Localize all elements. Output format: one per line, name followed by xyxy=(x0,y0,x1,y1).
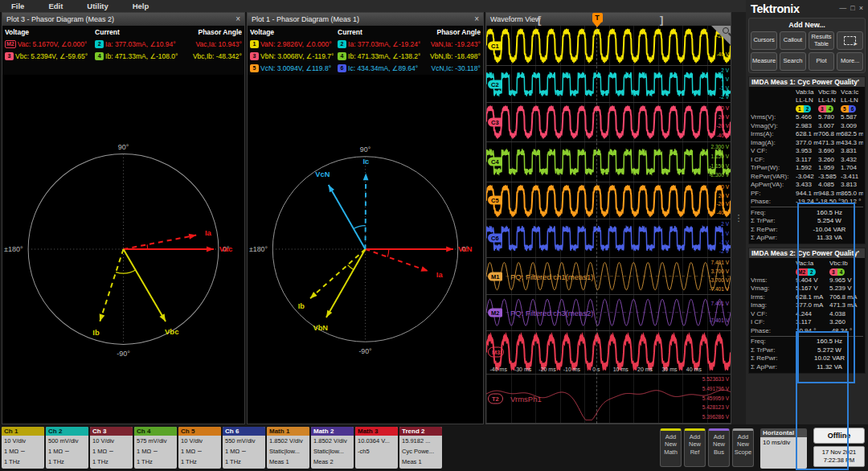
add-new-measure-button[interactable]: Measure xyxy=(751,52,777,71)
meas-summary-value: 5.272 W xyxy=(796,346,863,354)
add-new-plot-button[interactable]: Plot xyxy=(809,52,835,71)
meas-col-subheader: LL-LN xyxy=(796,96,818,104)
zoom-bracket-left[interactable]: [ xyxy=(538,14,541,26)
channel-badge-c2[interactable]: C2 xyxy=(488,80,502,88)
waveform-row-c3[interactable]: C340 V20 V-20 V-40 V xyxy=(486,103,731,141)
waveform-row-t2[interactable]: T2VrmsPh15.523633 V5.491796 V5.459959 V5… xyxy=(486,375,731,424)
panel-divider[interactable]: ⋮ xyxy=(731,12,746,424)
add-new-cursors-button[interactable]: Cursors xyxy=(751,31,777,50)
horizontal-panel[interactable]: Horizontal 10 ms/div xyxy=(760,428,807,469)
meas-row: I CF:3.1173.260 xyxy=(751,318,863,327)
add-new-math-button[interactable]: AddNewMath xyxy=(660,428,682,467)
plot3-title: Plot 3 - Phasor Diagram (Meas 2) xyxy=(6,15,114,23)
add-new-bus-button[interactable]: AddNewBus xyxy=(708,428,730,467)
channel-badge-m3[interactable]: M3 xyxy=(488,347,504,358)
add-new-scope-button[interactable]: AddNewScope xyxy=(732,428,754,467)
drag-handle-icon: ⋮ xyxy=(735,213,743,223)
channel-badge-c5[interactable]: C5 xyxy=(488,196,502,205)
oscilloscope-app: FileEditUtilityHelp Plot 3 - Phasor Diag… xyxy=(0,0,868,471)
voltage-value: Vbc: 5.2394V, ∠-59.65° xyxy=(15,52,88,60)
waveform-row-c6[interactable]: C62 V1 V-1 V-2 V xyxy=(486,219,731,258)
meas-summary-row: Σ RePwr:10.02 VAR xyxy=(751,354,863,363)
offline-button[interactable]: Offline xyxy=(813,428,865,444)
meas-badge-cell: 34 xyxy=(818,104,841,113)
channel-pair-badge: 34 xyxy=(818,105,833,113)
current-cell: 4Ib: 471.33mA, ∠-108.0° xyxy=(95,52,187,60)
meas-summary-row: Σ TrPwr:5.272 W xyxy=(751,346,863,354)
waveform-row-m2[interactable]: M2PQ: Filtered ch3(meas2)7.401 V-7.401 V xyxy=(486,295,731,330)
plot3-titlebar[interactable]: Plot 3 - Phasor Diagram (Meas 2) × xyxy=(2,13,244,26)
badge-ch6[interactable]: Ch 6550 mV/div1 MΩ ∼1 THz xyxy=(223,427,265,469)
badge-ch4[interactable]: Ch 4575 mV/div1 MΩ ∼1 THz xyxy=(134,427,177,469)
meas-summary-label: Σ RePwr: xyxy=(751,354,796,362)
channel-badge: 5 xyxy=(250,64,259,72)
close-button[interactable]: × xyxy=(859,5,863,12)
axis-label: 7.401 V xyxy=(711,301,729,307)
meas-badge-cell: 34 xyxy=(829,268,863,276)
badge-ch2[interactable]: Ch 2500 mV/div1 MΩ ∼1 THz xyxy=(46,427,88,469)
badge-ch1[interactable]: Ch 110 V/div1 MΩ ∼1 THz xyxy=(2,427,44,469)
add-new-search-button[interactable]: Search xyxy=(780,52,806,71)
channel-pair-badge: 56 xyxy=(841,105,856,113)
zoom-corner-button[interactable] xyxy=(711,26,731,45)
channel-badge: 2 xyxy=(95,40,104,48)
horizontal-scale-value: 10 ms/div xyxy=(760,437,807,469)
waveform-row-c4[interactable]: C42.300 V1.150 V-1.150 V-2.300 V xyxy=(486,142,731,182)
zoom-bracket-right[interactable]: ] xyxy=(660,14,663,26)
waveform-row-c5[interactable]: C540 V20 V-20 V-40 V xyxy=(486,182,731,219)
minimize-button[interactable]: — xyxy=(839,5,846,12)
channel-badge-m1[interactable]: M1 xyxy=(488,272,502,281)
badge-math1[interactable]: Math 11.8502 V/divStatic|low...Meas 1 xyxy=(267,427,309,469)
channel-badge-t2[interactable]: T2 xyxy=(488,393,503,403)
menu-item-edit[interactable]: Edit xyxy=(48,2,63,10)
add-new-more--button[interactable]: More... xyxy=(837,52,863,71)
svg-text:-90°: -90° xyxy=(358,347,371,355)
add-new-ref-button[interactable]: AddNewRef xyxy=(684,428,706,467)
axis-label: -40 V xyxy=(716,52,729,58)
axis-label: 20 V xyxy=(719,115,729,121)
waveform-row-c2[interactable]: C22 V1 V-1 V-2 V xyxy=(486,66,731,103)
badge-math2[interactable]: Math 21.8502 V/divStatic|low...Meas 2 xyxy=(311,427,354,469)
channel-badge-m2[interactable]: M2 xyxy=(488,309,502,317)
current-cell: 2Ia: 377.03mA, ∠-19.24° xyxy=(338,40,428,48)
annotation-icon-button[interactable] xyxy=(837,31,863,50)
waveform-titlebar[interactable]: Waveform View [ ] xyxy=(486,13,731,26)
menu-item-file[interactable]: File xyxy=(11,2,24,10)
channel-badge-c1[interactable]: C1 xyxy=(488,41,502,50)
badge-ch3[interactable]: Ch 310 V/div1 MΩ ∼1 THz xyxy=(90,427,133,469)
meas-row-label: Imag(A): xyxy=(751,139,796,146)
badge-line: Cyc Powe... xyxy=(399,446,442,457)
badge-line: 1.8502 V/div xyxy=(267,436,309,446)
restore-button[interactable]: □ xyxy=(850,5,854,12)
meas-value: 2.983 xyxy=(796,122,818,129)
axis-label: -1 V xyxy=(719,86,729,92)
badge-ch5[interactable]: Ch 510 V/div1 MΩ ∼1 THz xyxy=(178,427,221,469)
menu-item-help[interactable]: Help xyxy=(133,2,149,10)
waveform-trace-c3 xyxy=(486,103,731,141)
channel-badge-c6[interactable]: C6 xyxy=(488,234,502,243)
waveform-row-c1[interactable]: C1-20 V-40 V xyxy=(486,26,731,66)
badge-math3[interactable]: Math 310.0364 V...-ch5 xyxy=(355,427,398,469)
svg-text:Ia: Ia xyxy=(205,228,212,237)
badge-line: Meas 2 xyxy=(311,457,354,467)
meas-table-title: IMDA Meas 1: Cyc Power Quality' xyxy=(749,77,865,87)
meas-table-body: Vab:IaVbc:IbVca:IcLL-LNLL-LNLL-LN123456V… xyxy=(749,87,865,244)
meas-row-label: ApPwr(VA): xyxy=(751,181,796,188)
menu-item-utility[interactable]: Utility xyxy=(87,2,108,10)
badge-trend2[interactable]: Trend 215.9182 ...Cyc Powe...Meas 1 xyxy=(399,427,442,469)
add-new-callout-button[interactable]: Callout xyxy=(780,31,806,50)
meas-row-label: TrPwr(W): xyxy=(751,164,796,171)
waveform-row-m3[interactable]: M3-40 ms-30 ms-20 ms-10 ms0 s10 ms20 ms3… xyxy=(486,331,731,375)
add-new-results-table-button[interactable]: Results Table xyxy=(809,31,835,50)
trigger-marker[interactable]: T xyxy=(592,13,603,27)
badge-line: 1 THz xyxy=(223,457,265,467)
plot1-titlebar[interactable]: Plot 1 - Phasor Diagram (Meas 1) × xyxy=(248,13,483,26)
waveform-row-m1[interactable]: M1PQ: Filtered ch1(meas1)7.401 V3.700 V-… xyxy=(486,258,731,295)
axis-right-labels: 40 V20 V-20 V-40 V xyxy=(716,104,729,140)
plot1-close-icon[interactable]: × xyxy=(474,15,479,23)
channel-badge-c4[interactable]: C4 xyxy=(488,158,502,166)
voltage-value: VbN: 3.0068V, ∠-119.7° xyxy=(260,52,334,60)
channel-badge-c3[interactable]: C3 xyxy=(488,117,502,126)
plot3-close-icon[interactable]: × xyxy=(235,15,240,23)
channel-badge: 5 xyxy=(841,105,849,113)
